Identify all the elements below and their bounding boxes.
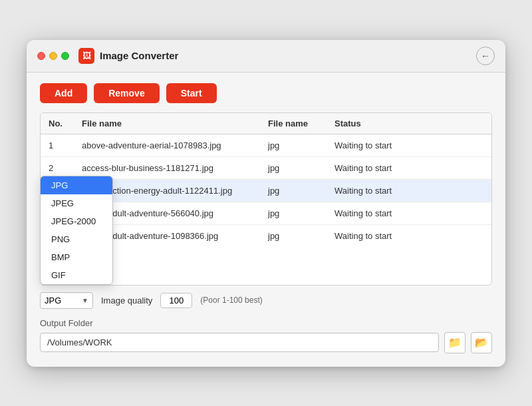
cell-type: jpg	[260, 134, 327, 156]
output-path-input[interactable]	[40, 333, 439, 352]
close-button[interactable]	[37, 52, 45, 60]
cell-type: jpg	[260, 202, 327, 224]
output-folder-label: Output Folder	[40, 318, 492, 328]
add-button[interactable]: Add	[40, 83, 87, 103]
remove-button[interactable]: Remove	[94, 83, 159, 103]
minimize-button[interactable]	[49, 52, 57, 60]
dropdown-item-jpeg2000[interactable]: JPEG-2000	[41, 212, 112, 230]
folder-closed-icon: 📁	[448, 336, 462, 349]
app-window: 🖼 Image Converter ← Add Remove Start No.…	[27, 40, 505, 367]
cell-type: jpg	[260, 156, 327, 179]
dropdown-item-bmp[interactable]: BMP	[41, 248, 112, 266]
bottom-controls: JPG JPEG JPEG-2000 PNG BMP GIF JPG ▼ Ima…	[40, 292, 492, 309]
format-selected-value: JPG	[45, 296, 79, 305]
col-header-status: Status	[327, 113, 491, 134]
toolbar: Add Remove Start	[40, 83, 492, 103]
choose-folder-button[interactable]: 📁	[444, 332, 466, 353]
output-row: 📁 📂	[40, 332, 492, 353]
start-button[interactable]: Start	[166, 83, 217, 103]
col-header-filename: File name	[74, 113, 260, 134]
app-title: Image Converter	[100, 50, 178, 61]
dropdown-item-jpeg[interactable]: JPEG	[41, 194, 112, 212]
main-content: Add Remove Start No. File name File name…	[27, 73, 505, 367]
maximize-button[interactable]	[61, 52, 69, 60]
cell-filename: above-adventure-aerial-1078983.jpg	[74, 134, 260, 156]
dropdown-item-png[interactable]: PNG	[41, 230, 112, 248]
app-icon: 🖼	[78, 48, 94, 64]
quality-hint: (Poor 1-100 best)	[200, 296, 262, 305]
output-section: Output Folder 📁 📂	[40, 318, 492, 353]
cell-type: jpg	[260, 179, 327, 202]
format-select-wrapper: JPG JPEG JPEG-2000 PNG BMP GIF JPG ▼	[40, 292, 93, 309]
cell-status: Waiting to start	[327, 224, 491, 247]
cell-status: Waiting to start	[327, 202, 491, 224]
traffic-lights	[37, 52, 69, 60]
chevron-down-icon: ▼	[82, 297, 88, 304]
cell-status: Waiting to start	[327, 156, 491, 179]
cell-status: Waiting to start	[327, 134, 491, 156]
quality-label: Image quality	[101, 296, 152, 305]
table-row[interactable]: 1 above-adventure-aerial-1078983.jpg jpg…	[41, 134, 491, 156]
dropdown-item-gif[interactable]: GIF	[41, 266, 112, 284]
open-folder-button[interactable]: 📂	[471, 332, 492, 353]
format-dropdown[interactable]: JPG JPEG JPEG-2000 PNG BMP GIF	[40, 176, 113, 285]
cell-type: jpg	[260, 224, 327, 247]
cell-status: Waiting to start	[327, 179, 491, 202]
folder-open-icon: 📂	[475, 336, 488, 349]
titlebar: 🖼 Image Converter ←	[27, 40, 505, 73]
table-header-row: No. File name File name Status	[41, 113, 491, 134]
back-button[interactable]: ←	[476, 47, 495, 65]
quality-input[interactable]	[160, 293, 192, 308]
format-select-trigger[interactable]: JPG ▼	[40, 292, 93, 309]
dropdown-item-jpg[interactable]: JPG	[41, 176, 112, 194]
cell-no: 1	[41, 134, 74, 156]
col-header-no: No.	[41, 113, 74, 134]
col-header-type: File name	[260, 113, 327, 134]
